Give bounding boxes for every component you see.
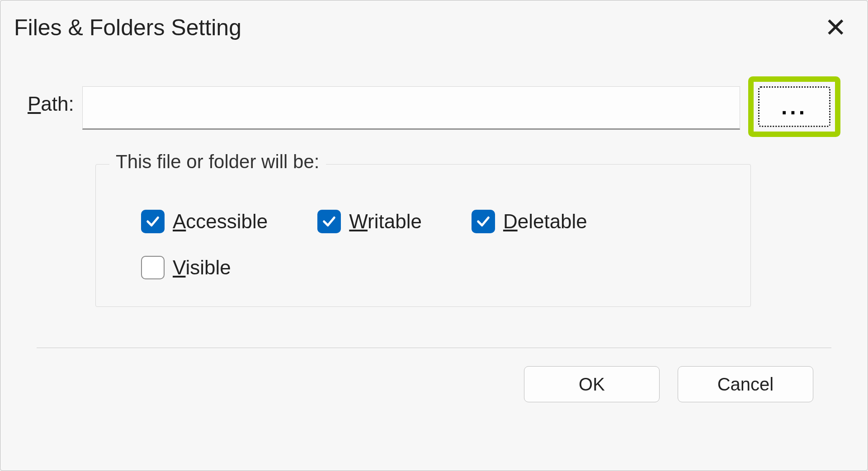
deletable-checkbox[interactable] <box>472 210 495 233</box>
accessible-checkbox[interactable] <box>141 210 165 233</box>
dialog-title: Files & Folders Setting <box>14 14 241 41</box>
check-icon <box>145 214 160 229</box>
accessible-checkbox-item[interactable]: Accessible <box>141 210 268 233</box>
permissions-row-1: Accessible Writable Deletable <box>141 210 723 233</box>
dialog-body: Path: ... This file or folder will be: A… <box>0 55 868 471</box>
dialog-buttons: OK Cancel <box>28 348 840 420</box>
check-icon <box>476 214 491 229</box>
browse-highlight: ... <box>748 76 840 137</box>
close-icon: ✕ <box>825 13 847 42</box>
close-button[interactable]: ✕ <box>817 11 854 44</box>
visible-checkbox[interactable] <box>141 256 165 279</box>
visible-label: Visible <box>173 256 231 279</box>
path-row: Path: ... <box>28 73 840 137</box>
browse-button[interactable]: ... <box>758 86 830 127</box>
path-input[interactable] <box>82 86 740 130</box>
path-label: Path: <box>28 73 74 115</box>
writable-label: Writable <box>349 210 422 233</box>
writable-checkbox-item[interactable]: Writable <box>317 210 422 233</box>
titlebar: Files & Folders Setting ✕ <box>0 0 868 55</box>
groupbox-legend: This file or folder will be: <box>109 151 326 173</box>
visible-checkbox-item[interactable]: Visible <box>141 256 231 279</box>
cancel-button[interactable]: Cancel <box>678 366 813 402</box>
deletable-label: Deletable <box>503 210 587 233</box>
writable-checkbox[interactable] <box>317 210 341 233</box>
check-icon <box>321 214 337 229</box>
files-folders-setting-dialog: Files & Folders Setting ✕ Path: ... This… <box>0 0 868 471</box>
permissions-row-2: Visible <box>141 256 723 279</box>
permissions-groupbox: This file or folder will be: Accessible … <box>95 164 751 307</box>
accessible-label: Accessible <box>173 210 268 233</box>
ok-button[interactable]: OK <box>524 366 660 402</box>
deletable-checkbox-item[interactable]: Deletable <box>472 210 587 233</box>
